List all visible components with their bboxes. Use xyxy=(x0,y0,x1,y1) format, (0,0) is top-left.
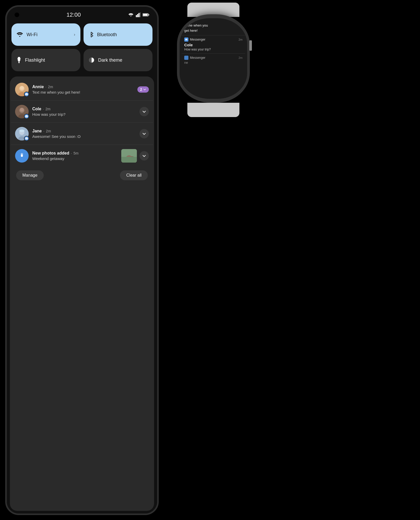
annie-avatar-wrap xyxy=(15,83,29,96)
jane-chevron[interactable] xyxy=(139,129,149,138)
dark-theme-tile-icon xyxy=(89,57,94,63)
photos-actions xyxy=(121,149,149,163)
svg-point-18 xyxy=(20,108,24,112)
cole-time: 2m xyxy=(46,107,50,111)
wifi-tile-icon xyxy=(17,32,23,37)
tile-row-2: Flashlight Dark theme xyxy=(11,49,152,71)
camera-notch xyxy=(15,12,19,17)
photos-notif-header: New photos added · 5m xyxy=(32,151,118,156)
watch-cole-sender: Cole xyxy=(184,43,243,47)
notif-footer: Manage Clear all xyxy=(11,167,153,184)
annie-notif-header: Annie · 2m xyxy=(32,85,134,89)
watch-first-text: xt me when you get here! xyxy=(184,23,243,33)
flashlight-tile-icon xyxy=(17,57,21,63)
flashlight-tile-label: Flashlight xyxy=(25,57,45,63)
watch-crown[interactable] xyxy=(249,40,252,51)
wifi-tile[interactable]: Wi-Fi › xyxy=(11,23,80,46)
annie-time: 2m xyxy=(48,85,53,89)
dark-theme-tile-label: Dark theme xyxy=(98,57,122,63)
photos-title: New photos added xyxy=(32,151,69,156)
watch-screen: xt me when you get here! Messenger 2m Co… xyxy=(180,18,247,99)
cole-actions xyxy=(139,107,149,116)
svg-rect-24 xyxy=(25,137,28,139)
watch-notif-first: xt me when you get here! xyxy=(182,21,245,35)
svg-rect-0 xyxy=(136,15,137,17)
wifi-signal-icon xyxy=(128,12,134,17)
cole-chevron[interactable] xyxy=(139,107,149,116)
svg-rect-8 xyxy=(18,61,20,63)
svg-point-13 xyxy=(20,86,24,90)
photos-notif-content: New photos added · 5m Weekend getaway xyxy=(32,151,118,161)
notif-cole[interactable]: Cole · 2m How was your trip? xyxy=(11,101,153,123)
annie-badge[interactable]: 2 xyxy=(137,86,149,93)
cole-avatar-wrap xyxy=(15,105,29,118)
watch-notif-partial: Messenger 2m ne xyxy=(182,54,245,67)
notif-annie[interactable]: Annie · 2m Text me when you get here! 2 xyxy=(11,79,153,101)
watch-cole-app: Messenger xyxy=(190,38,205,41)
svg-rect-2 xyxy=(138,13,139,17)
smartwatch: xt me when you get here! Messenger 2m Co… xyxy=(169,3,258,117)
watch-bezel: xt me when you get here! Messenger 2m Co… xyxy=(177,14,250,103)
status-icons xyxy=(128,12,149,17)
quick-tiles: Wi-Fi › Bluetooth xyxy=(7,20,157,74)
watch-notif-cole: Messenger 2m Cole How was your trip? xyxy=(182,35,245,54)
wifi-arrow-icon: › xyxy=(74,32,75,37)
watch-partial-header: Messenger 2m xyxy=(184,56,243,60)
annie-actions: 2 xyxy=(137,86,149,93)
watch-cole-header: Messenger 2m xyxy=(184,37,243,42)
jane-notif-content: Jane · 2m Awesome! See you soon :O xyxy=(32,129,136,139)
watch-partial-icon xyxy=(184,56,188,60)
photos-dot: · xyxy=(71,151,72,155)
svg-rect-23 xyxy=(19,130,24,132)
annie-badge-count: 2 xyxy=(140,87,142,92)
cole-notif-content: Cole · 2m How was your trip? xyxy=(32,107,136,117)
annie-message: Text me when you get here! xyxy=(32,90,134,94)
cole-message: How was your trip? xyxy=(32,112,136,117)
svg-rect-6 xyxy=(143,14,148,16)
bluetooth-tile[interactable]: Bluetooth xyxy=(84,23,152,46)
manage-button[interactable]: Manage xyxy=(16,170,44,180)
cole-dot: · xyxy=(43,107,44,111)
watch-cole-time: 2m xyxy=(239,38,243,41)
notifications-area: Annie · 2m Text me when you get here! 2 xyxy=(10,76,154,511)
status-time: 12:00 xyxy=(66,11,81,18)
annie-name: Annie xyxy=(32,85,44,89)
svg-rect-14 xyxy=(25,93,28,95)
jane-name: Jane xyxy=(32,129,42,133)
signal-bars-icon xyxy=(136,12,141,17)
status-bar: 12:00 xyxy=(7,7,157,20)
photos-message: Weekend getaway xyxy=(32,156,118,161)
photos-chevron[interactable] xyxy=(139,151,149,161)
watch-strap-bottom xyxy=(187,103,239,117)
cole-notif-header: Cole · 2m xyxy=(32,107,136,111)
dark-theme-tile[interactable]: Dark theme xyxy=(84,49,152,71)
annie-notif-content: Annie · 2m Text me when you get here! xyxy=(32,85,134,94)
jane-notif-header: Jane · 2m xyxy=(32,129,136,133)
svg-rect-1 xyxy=(137,14,138,17)
jane-message: Awesome! See you soon :O xyxy=(32,134,136,139)
jane-actions xyxy=(139,129,149,138)
bluetooth-tile-label: Bluetooth xyxy=(97,32,117,37)
svg-rect-19 xyxy=(25,115,28,117)
annie-dot: · xyxy=(45,85,46,89)
wifi-tile-label: Wi-Fi xyxy=(27,32,37,37)
jane-dot: · xyxy=(43,129,44,133)
jane-app-badge xyxy=(24,136,29,141)
tile-row-1: Wi-Fi › Bluetooth xyxy=(11,23,152,46)
photos-thumbnail xyxy=(121,149,137,163)
battery-icon xyxy=(143,13,149,17)
cole-app-badge xyxy=(24,114,29,119)
jane-avatar-wrap xyxy=(15,127,29,140)
jane-time: 2m xyxy=(46,129,51,133)
notif-photos[interactable]: New photos added · 5m Weekend getaway xyxy=(11,145,153,167)
notif-jane[interactable]: Jane · 2m Awesome! See you soon :O xyxy=(11,123,153,145)
svg-rect-29 xyxy=(121,157,137,163)
annie-app-badge xyxy=(24,92,29,97)
svg-rect-7 xyxy=(18,57,20,58)
svg-rect-30 xyxy=(185,39,187,40)
clear-all-button[interactable]: Clear all xyxy=(120,170,148,180)
flashlight-tile[interactable]: Flashlight xyxy=(11,49,80,71)
watch-partial-app: Messenger xyxy=(190,56,205,60)
svg-rect-5 xyxy=(149,14,149,15)
svg-rect-3 xyxy=(140,12,141,17)
